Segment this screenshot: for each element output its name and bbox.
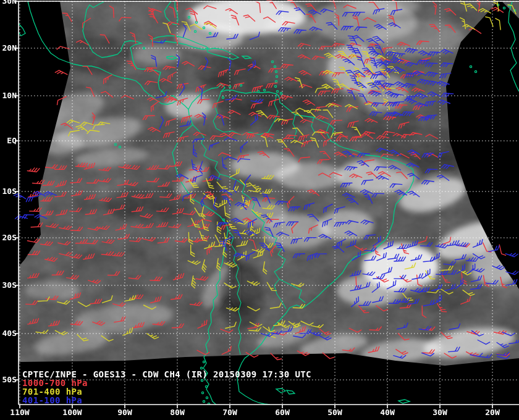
lon-label: 80W — [170, 408, 185, 417]
lat-label: 20S — [2, 233, 17, 242]
legend-low-level: 1000-700 hPa — [22, 379, 88, 387]
lat-label: 10N — [2, 91, 17, 100]
lon-label: 40W — [380, 408, 395, 417]
lon-label: 100W — [62, 408, 82, 417]
lon-label: 110W — [10, 408, 29, 417]
lat-label: 30S — [2, 280, 17, 290]
lat-label: EQ — [7, 136, 17, 145]
map-title: CPTEC/INPE - GOES13 - CDW CH4 (IR) 20150… — [22, 370, 311, 379]
ir-scene — [19, 0, 519, 405]
lon-label: 60W — [275, 408, 290, 417]
lat-label: 30N — [2, 0, 17, 6]
legend-high-level: 401-100 hPa — [22, 396, 82, 405]
lon-label: 70W — [222, 408, 237, 417]
lat-label: 50S — [2, 375, 17, 384]
lon-label: 20W — [485, 408, 500, 417]
lon-label: 90W — [117, 408, 132, 417]
lon-label: 30W — [432, 408, 447, 417]
lat-label: 20N — [2, 43, 17, 52]
lat-label: 10S — [2, 187, 17, 196]
satellite-canvas: 110W100W90W80W70W60W50W40W30W20W30N20N10… — [0, 0, 519, 420]
lon-label: 50W — [327, 408, 342, 417]
legend-mid-level: 701-400 hPa — [22, 387, 82, 396]
satellite-wind-map: 110W100W90W80W70W60W50W40W30W20W30N20N10… — [0, 0, 519, 420]
lat-label: 40S — [2, 329, 17, 338]
